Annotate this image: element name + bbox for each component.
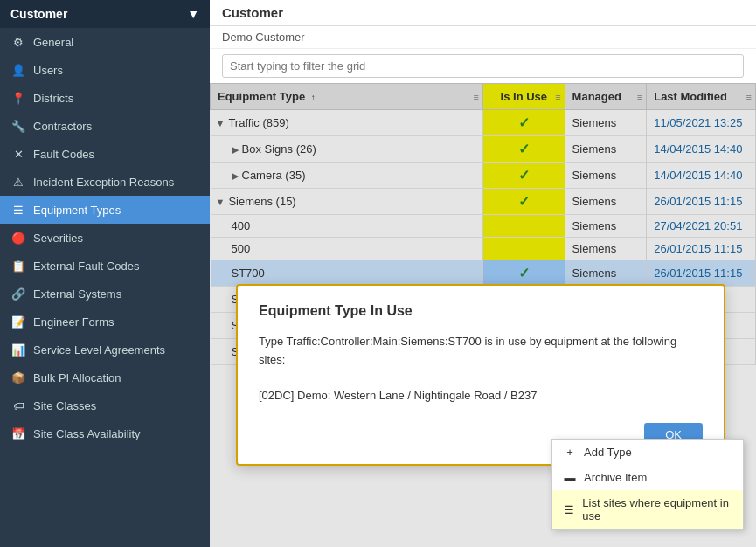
- sidebar-item-severities[interactable]: 🔴 Severities: [0, 224, 210, 252]
- main-content: Customer Demo Customer Equipment Type ↑≡…: [210, 0, 756, 547]
- users-icon: 👤: [10, 62, 26, 78]
- sidebar-collapse-icon[interactable]: ▼: [187, 7, 199, 21]
- sidebar-item-label-general: General: [33, 36, 73, 49]
- sidebar-item-label-equipment-types: Equipment Types: [33, 204, 121, 217]
- sidebar-item-label-service-level-agreements: Service Level Agreements: [33, 343, 165, 357]
- districts-icon: 📍: [10, 90, 26, 106]
- sidebar-item-external-systems[interactable]: 🔗 External Systems: [0, 280, 210, 308]
- engineer-forms-icon: 📝: [10, 314, 26, 329]
- sidebar-item-incident-exception-reasons[interactable]: ⚠ Incident Exception Reasons: [0, 168, 210, 196]
- sidebar-item-fault-codes[interactable]: ✕ Fault Codes: [0, 140, 210, 168]
- sidebar-item-label-incident-exception-reasons: Incident Exception Reasons: [33, 176, 174, 189]
- service-level-agreements-icon: 📊: [10, 342, 26, 357]
- sidebar-item-label-contractors: Contractors: [33, 120, 92, 133]
- sidebar-item-label-users: Users: [33, 64, 63, 77]
- sidebar-item-external-fault-codes[interactable]: 📋 External Fault Codes: [0, 252, 210, 280]
- sidebar-item-equipment-types[interactable]: ☰ Equipment Types: [0, 196, 210, 224]
- list-sites-icon: ☰: [563, 503, 575, 516]
- context-menu-label-add-type: Add Type: [584, 446, 632, 459]
- sidebar: Customer ▼ ⚙ General👤 Users📍 Districts🔧 …: [0, 0, 210, 547]
- filter-input[interactable]: [222, 54, 744, 78]
- sidebar-item-label-site-classes: Site Classes: [33, 399, 96, 412]
- sidebar-item-site-class-availability[interactable]: 📅 Site Class Availability: [0, 419, 210, 447]
- sidebar-item-label-engineer-forms: Engineer Forms: [33, 315, 114, 329]
- bulk-pi-allocation-icon: 📦: [10, 370, 26, 385]
- context-menu: + Add Type▬ Archive Item☰ List sites whe…: [551, 439, 744, 530]
- filter-bar: [210, 49, 756, 83]
- sidebar-item-label-external-fault-codes: External Fault Codes: [33, 260, 139, 273]
- modal-body-line2: [02DC] Demo: Western Lane / Nightingale …: [259, 387, 703, 405]
- site-class-availability-icon: 📅: [10, 426, 26, 441]
- sidebar-item-service-level-agreements[interactable]: 📊 Service Level Agreements: [0, 336, 210, 364]
- context-menu-item-add-type[interactable]: + Add Type: [552, 440, 743, 465]
- sidebar-item-label-site-class-availability: Site Class Availability: [33, 427, 141, 440]
- sidebar-item-contractors[interactable]: 🔧 Contractors: [0, 112, 210, 140]
- general-icon: ⚙: [10, 34, 26, 50]
- equipment-types-icon: ☰: [10, 202, 26, 218]
- modal-body: Type Traffic:Controller:Main:Siemens:ST7…: [259, 333, 703, 405]
- context-menu-item-list-sites[interactable]: ☰ List sites where equipment in use: [552, 490, 743, 529]
- sidebar-nav: ⚙ General👤 Users📍 Districts🔧 Contractors…: [0, 28, 210, 447]
- sidebar-item-site-classes[interactable]: 🏷 Site Classes: [0, 391, 210, 419]
- equipment-types-table-container: Equipment Type ↑≡ Is In Use ≡ Managed ≡ …: [210, 83, 756, 547]
- add-type-icon: +: [563, 446, 577, 459]
- sidebar-title: Customer: [10, 7, 67, 21]
- sidebar-item-label-severities: Severities: [33, 232, 83, 245]
- context-menu-label-list-sites: List sites where equipment in use: [582, 496, 732, 523]
- fault-codes-icon: ✕: [10, 146, 26, 162]
- sidebar-item-label-bulk-pi-allocation: Bulk PI Allocation: [33, 371, 121, 384]
- external-fault-codes-icon: 📋: [10, 258, 26, 274]
- severities-icon: 🔴: [10, 230, 26, 246]
- external-systems-icon: 🔗: [10, 286, 26, 301]
- incident-exception-reasons-icon: ⚠: [10, 174, 26, 190]
- page-title: Customer: [210, 0, 756, 26]
- sidebar-item-general[interactable]: ⚙ General: [0, 28, 210, 56]
- sidebar-item-engineer-forms[interactable]: 📝 Engineer Forms: [0, 308, 210, 336]
- sidebar-item-label-fault-codes: Fault Codes: [33, 148, 94, 161]
- customer-name: Demo Customer: [210, 26, 756, 49]
- sidebar-item-users[interactable]: 👤 Users: [0, 56, 210, 84]
- sidebar-item-bulk-pi-allocation[interactable]: 📦 Bulk PI Allocation: [0, 364, 210, 391]
- context-menu-label-archive-item: Archive Item: [584, 471, 647, 484]
- site-classes-icon: 🏷: [10, 398, 26, 413]
- modal-title: Equipment Type In Use: [259, 303, 703, 319]
- modal-body-line1: Type Traffic:Controller:Main:Siemens:ST7…: [259, 333, 703, 370]
- context-menu-item-archive-item[interactable]: ▬ Archive Item: [552, 465, 743, 490]
- sidebar-item-label-external-systems: External Systems: [33, 287, 121, 301]
- sidebar-item-label-districts: Districts: [33, 92, 73, 105]
- sidebar-header: Customer ▼: [0, 0, 210, 28]
- sidebar-item-districts[interactable]: 📍 Districts: [0, 84, 210, 112]
- contractors-icon: 🔧: [10, 118, 26, 134]
- archive-item-icon: ▬: [563, 471, 577, 484]
